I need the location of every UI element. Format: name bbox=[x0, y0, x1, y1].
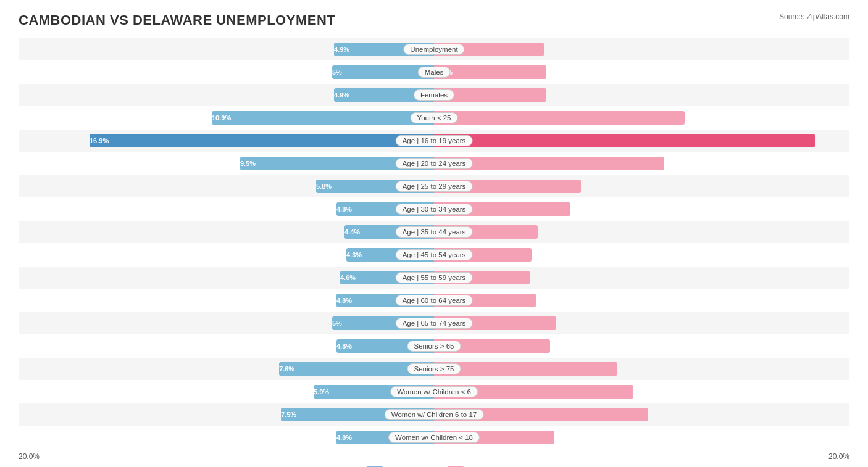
chart-row: 7.5% 10.5% Women w/ Children 6 to 17 bbox=[19, 403, 849, 426]
bar-right-half: 5.9% bbox=[434, 426, 849, 448]
bar-left-half: 4.8% bbox=[19, 198, 434, 220]
chart-row: 5.8% 7.2% Age | 25 to 29 years bbox=[19, 175, 849, 197]
bar-right: 5.5% bbox=[434, 88, 546, 102]
bar-left: 10.9% bbox=[212, 111, 434, 125]
axis-row: 20.0% 20.0% bbox=[19, 452, 849, 461]
val-right: 5% bbox=[434, 297, 447, 304]
bar-right: 10.5% bbox=[434, 408, 648, 421]
val-right: 18.7% bbox=[434, 137, 456, 144]
val-right: 5.1% bbox=[434, 228, 453, 236]
bar-left: 7.6% bbox=[279, 362, 434, 376]
val-left: 4.9% bbox=[334, 46, 353, 53]
bar-right-half: 5.4% bbox=[434, 38, 849, 60]
bar-right: 5.7% bbox=[434, 339, 550, 353]
bar-left-half: 5.8% bbox=[19, 175, 434, 197]
val-right: 12.3% bbox=[434, 114, 456, 122]
chart-row: 4.4% 5.1% Age | 35 to 44 years bbox=[19, 221, 849, 243]
val-right: 7.2% bbox=[434, 183, 453, 190]
bar-left-half: 9.5% bbox=[19, 152, 434, 175]
val-right: 6% bbox=[434, 320, 447, 327]
bar-left-half: 7.6% bbox=[19, 358, 434, 380]
bar-right: 12.3% bbox=[434, 111, 685, 125]
bar-right-half: 5.1% bbox=[434, 221, 849, 243]
bar-left: 5.9% bbox=[314, 385, 434, 399]
val-left: 7.5% bbox=[281, 411, 299, 418]
chart-header: CAMBODIAN VS DELAWARE UNEMPLOYMENT Sourc… bbox=[19, 12, 849, 28]
bar-right-half: 4.8% bbox=[434, 244, 849, 266]
val-left: 4.4% bbox=[344, 228, 363, 236]
bar-left: 5.8% bbox=[316, 180, 434, 193]
bar-left: 7.5% bbox=[281, 408, 434, 421]
val-right: 11.3% bbox=[434, 160, 456, 167]
val-left: 5.9% bbox=[314, 388, 332, 395]
bar-left-half: 4.4% bbox=[19, 221, 434, 243]
bar-right: 9% bbox=[434, 362, 617, 376]
val-left: 4.8% bbox=[336, 434, 355, 441]
val-left: 4.8% bbox=[336, 342, 355, 350]
axis-right: 20.0% bbox=[828, 452, 849, 461]
bar-left-half: 16.9% bbox=[19, 130, 434, 152]
val-left: 5.8% bbox=[316, 183, 335, 190]
chart-row: 4.6% 4.7% Age | 55 to 59 years bbox=[19, 267, 849, 289]
bar-right: 5.5% bbox=[434, 65, 546, 79]
bar-right-half: 9.8% bbox=[434, 381, 849, 403]
val-left: 4.9% bbox=[334, 91, 353, 99]
axis-left: 20.0% bbox=[19, 452, 40, 461]
val-left: 4.8% bbox=[336, 205, 355, 213]
bar-right: 4.7% bbox=[434, 271, 530, 284]
bar-left: 4.8% bbox=[336, 294, 434, 307]
bar-right-half: 10.5% bbox=[434, 403, 849, 426]
chart-row: 4.8% 6.7% Age | 30 to 34 years bbox=[19, 198, 849, 220]
chart-row: 5% 6% Age | 65 to 74 years bbox=[19, 312, 849, 334]
bar-left: 4.3% bbox=[346, 248, 434, 262]
chart-row: 4.9% 5.5% Females bbox=[19, 84, 849, 106]
bar-right-half: 4.7% bbox=[434, 267, 849, 289]
bar-right-half: 12.3% bbox=[434, 107, 849, 129]
val-right: 5.5% bbox=[434, 91, 453, 99]
bar-right: 4.8% bbox=[434, 248, 532, 262]
bar-right: 5% bbox=[434, 294, 536, 307]
chart-row: 9.5% 11.3% Age | 20 to 24 years bbox=[19, 152, 849, 175]
bar-right-half: 5.7% bbox=[434, 335, 849, 357]
chart-row: 7.6% 9% Seniors > 75 bbox=[19, 358, 849, 380]
chart-row: 5.9% 9.8% Women w/ Children < 6 bbox=[19, 381, 849, 403]
bar-left: 4.8% bbox=[336, 431, 434, 444]
bar-left: 5% bbox=[332, 316, 434, 330]
chart-row: 4.8% 5% Age | 60 to 64 years bbox=[19, 289, 849, 312]
bar-left-half: 10.9% bbox=[19, 107, 434, 129]
bar-left: 4.9% bbox=[334, 88, 434, 102]
val-left: 5% bbox=[332, 68, 345, 76]
bar-left: 4.8% bbox=[336, 202, 434, 216]
chart-row: 16.9% 18.7% Age | 16 to 19 years bbox=[19, 130, 849, 152]
bar-left-half: 5% bbox=[19, 61, 434, 83]
val-left: 9.5% bbox=[240, 160, 259, 167]
bar-left-half: 7.5% bbox=[19, 403, 434, 426]
bar-right: 11.3% bbox=[434, 157, 664, 170]
val-right: 5.4% bbox=[434, 46, 453, 53]
bar-right-half: 6% bbox=[434, 312, 849, 334]
bar-left-half: 4.6% bbox=[19, 267, 434, 289]
val-right: 4.7% bbox=[434, 274, 453, 281]
chart-row: 4.9% 5.4% Unemployment bbox=[19, 38, 849, 60]
bar-left-half: 4.8% bbox=[19, 289, 434, 312]
bar-right-half: 6.7% bbox=[434, 198, 849, 220]
bar-left-half: 4.8% bbox=[19, 335, 434, 357]
chart-row: 10.9% 12.3% Youth < 25 bbox=[19, 107, 849, 129]
bar-right: 5.4% bbox=[434, 43, 544, 56]
val-right: 9.8% bbox=[434, 388, 453, 395]
bar-right-half: 5% bbox=[434, 289, 849, 312]
val-left: 4.3% bbox=[346, 251, 365, 258]
bar-left-half: 4.9% bbox=[19, 38, 434, 60]
bar-left-half: 4.8% bbox=[19, 426, 434, 448]
val-left: 16.9% bbox=[90, 137, 112, 144]
val-right: 4.8% bbox=[434, 251, 453, 258]
bar-left-half: 5% bbox=[19, 312, 434, 334]
bar-left: 5% bbox=[332, 65, 434, 79]
val-left: 10.9% bbox=[212, 114, 234, 122]
val-right: 10.5% bbox=[434, 411, 456, 418]
val-left: 4.6% bbox=[340, 274, 359, 281]
bar-left: 4.6% bbox=[340, 271, 434, 284]
val-right: 5.7% bbox=[434, 342, 453, 350]
bar-right: 18.7% bbox=[434, 134, 815, 147]
bar-right-half: 5.5% bbox=[434, 61, 849, 83]
